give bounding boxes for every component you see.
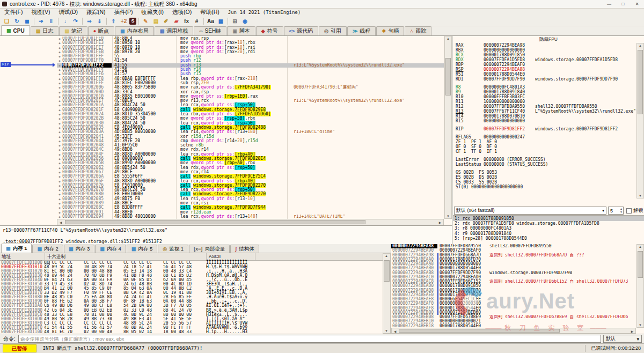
text-case-icon[interactable]: Aa: [206, 17, 215, 25]
scrollbar-thumb[interactable]: [445, 58, 451, 95]
dump-row[interactable]: 00007FFDFE3D1060B4 41 12 0045 85 C9 0F85…: [0, 286, 383, 291]
breakpoint-dot[interactable]: ●: [57, 135, 62, 139]
selected-byte[interactable]: CC: [44, 261, 49, 265]
scrollbar-thumb[interactable]: [399, 329, 560, 333]
breakpoint-dot[interactable]: ●: [57, 54, 62, 58]
pause-icon[interactable]: ‖: [47, 17, 56, 25]
register-row[interactable]: RSI000001788D0544E0: [456, 72, 635, 77]
scroll-down-arrow[interactable]: [445, 215, 451, 218]
menu-item[interactable]: 文件(F): [0, 9, 27, 16]
menu-item[interactable]: 跟踪(N): [82, 9, 110, 16]
argument-row[interactable]: 2: rdx 00007FFDFA1D5FD8 windows.storage.…: [453, 221, 644, 226]
tab-断点[interactable]: ●断点: [88, 26, 114, 35]
tab-内存 2[interactable]: ▦内存 2: [32, 245, 63, 253]
breakpoint-dot[interactable]: ●: [57, 188, 62, 192]
attach-icon[interactable]: +2: [119, 17, 128, 25]
tab-脚本[interactable]: ▣脚本: [227, 26, 255, 35]
scroll-left-arrow[interactable]: [392, 329, 398, 333]
dump-row[interactable]: 00007FFDFE3D1000CC CC CC CCCC CC CC CCCC…: [0, 261, 383, 265]
breakpoint-dot[interactable]: ●: [57, 179, 62, 183]
disassembly-panel[interactable]: RIP ●00007FFDF9D81FE048:8BC4mov rax,rsp●…: [0, 36, 452, 225]
dump-row[interactable]: 00007FFDFE3D10E0C3 CC CC CCCC CC CC CC48…: [0, 321, 383, 326]
tab-监视 1[interactable]: ◎监视 1: [158, 245, 188, 253]
eraser-icon[interactable]: ▰: [172, 17, 181, 25]
function-fx-icon[interactable]: fx: [182, 17, 191, 25]
dump-header-address[interactable]: 地址: [0, 253, 45, 260]
breakpoint-dot[interactable]: ●: [57, 170, 62, 174]
breakpoint-dot[interactable]: ●: [57, 205, 62, 210]
argument-row[interactable]: 3: r8 00000000FC4801A3: [453, 226, 644, 231]
scrollbar-thumb[interactable]: [65, 220, 365, 224]
dump-header-hex[interactable]: 十六进制: [45, 253, 207, 260]
tab-符号[interactable]: ◆符号: [256, 26, 283, 35]
breakpoint-dot[interactable]: ●: [57, 77, 62, 81]
execute-till-return-icon[interactable]: ⇒: [85, 17, 94, 25]
memory-map-icon[interactable]: ▦: [216, 17, 225, 25]
tab-结构体[interactable]: ʃ结构体: [230, 245, 259, 253]
breakpoint-dot[interactable]: ●: [57, 72, 62, 76]
tab-句柄[interactable]: ❖句柄: [376, 26, 404, 35]
argument-row[interactable]: 5: [rsp+28] 000001788D0544E0: [453, 236, 644, 241]
register-row[interactable]: RCX000001788D091850: [456, 53, 635, 57]
argument-count-stepper[interactable]: 5 ▲▼: [608, 207, 624, 215]
scroll-up-arrow[interactable]: [637, 245, 643, 248]
breakpoint-dot[interactable]: ●: [57, 192, 62, 196]
breakpoint-dot[interactable]: ●: [57, 99, 62, 103]
registers-panel[interactable]: 隐藏FPU RAX00000072294BEA98RBX000000000000…: [453, 36, 644, 244]
menu-item[interactable]: 插件(P): [110, 9, 137, 16]
register-row[interactable]: R1300007FF67F11CF40L"%SystemRoot%\\syste…: [456, 109, 635, 114]
breakpoint-dot[interactable]: ●: [57, 85, 62, 90]
unlock-checkbox[interactable]: [626, 208, 632, 214]
breakpoint-dot[interactable]: ●: [57, 215, 62, 219]
tab-内存 1[interactable]: ▦内存 1: [1, 244, 32, 253]
stack-row[interactable]: 00000072294BEB18000001788D0544E0: [391, 324, 636, 328]
register-row[interactable]: R9000001788D091840: [456, 90, 635, 94]
dump-vertical-scrollbar[interactable]: [383, 253, 391, 334]
close-button[interactable]: ✕: [630, 0, 644, 8]
register-row[interactable]: RFLAGS0000000000000247: [456, 135, 635, 139]
register-row[interactable]: R800000000FC4801A3: [456, 85, 635, 90]
open-file-icon[interactable]: ❏: [2, 17, 11, 25]
breakpoint-dot[interactable]: ●: [57, 130, 62, 134]
breakpoint-dot[interactable]: ●: [57, 174, 62, 179]
scroll-up-arrow[interactable]: [383, 254, 390, 258]
minimize-button[interactable]: —: [602, 0, 616, 8]
register-row[interactable]: RDI00007FFDF9DD7F90windows.storage.00007…: [456, 77, 635, 82]
assemble-pencil-icon[interactable]: ✎: [141, 17, 150, 25]
register-row[interactable]: ZF 1 PF 1 AF 0: [456, 139, 635, 144]
register-row[interactable]: CS 0033 SS 002B: [456, 180, 635, 185]
hash-icon[interactable]: #: [192, 17, 201, 25]
register-row[interactable]: LastStatus00000000 (STATUS_SUCCESS): [456, 162, 635, 167]
register-row[interactable]: R111000000000000000: [456, 99, 635, 104]
tab-笔记[interactable]: ▤笔记: [59, 26, 87, 35]
breakpoint-dot[interactable]: ●: [57, 157, 62, 161]
breakpoint-dot[interactable]: ●: [57, 41, 62, 45]
breakpoint-dot[interactable]: ●: [57, 36, 62, 41]
dump-row[interactable]: 00007FFDFE3D10A0C6 49 8B D649 8B CF E854…: [0, 304, 383, 308]
breakpoint-dot[interactable]: ●: [57, 50, 62, 54]
breakpoint-dot[interactable]: ●: [57, 81, 62, 85]
menu-item[interactable]: 帮助(H): [196, 9, 224, 16]
run-icon[interactable]: ➔: [36, 17, 46, 25]
breakpoint-dot[interactable]: ●: [57, 68, 62, 72]
hide-fpu-toggle[interactable]: 隐藏FPU: [453, 36, 644, 42]
scroll-up-arrow[interactable]: [445, 37, 451, 40]
breakpoint-dot[interactable]: ●: [57, 148, 62, 152]
dump-row[interactable]: 00007FFDFE3D102081 EC 80 0000 00 48 8B05…: [0, 269, 383, 274]
breakpoint-dot[interactable]: ●: [57, 121, 62, 126]
breakpoint-dot[interactable]: ●: [57, 143, 62, 148]
step-into-icon[interactable]: ↓: [61, 17, 70, 25]
dump-row[interactable]: 00007FFDFE3D10F041 54 41 5541 56 41 5748…: [0, 326, 383, 330]
tab-日志[interactable]: ▤日志: [31, 26, 59, 35]
scroll-up-arrow[interactable]: [637, 44, 643, 47]
breakpoint-dot[interactable]: ●: [57, 166, 62, 170]
tab-源代码[interactable]: <>源代码: [284, 26, 319, 35]
disasm-horizontal-scrollbar[interactable]: [57, 219, 444, 225]
breakpoint-dot[interactable]: ●: [57, 152, 62, 157]
scroll-right-arrow[interactable]: [437, 220, 443, 224]
breakpoint-dot[interactable]: ●: [57, 161, 62, 165]
dump-row[interactable]: 00007FFDFE3D10900F 88 FE 620A 00 3B F70F…: [0, 299, 383, 304]
register-row[interactable]: RBX0000000000000000: [456, 48, 635, 53]
register-row[interactable]: ES 002B DS 002B: [456, 175, 635, 180]
scroll-down-arrow[interactable]: [637, 323, 643, 327]
